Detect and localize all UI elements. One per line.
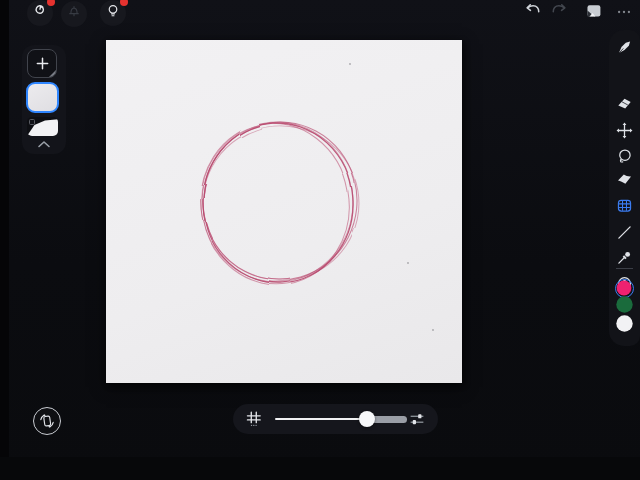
lightbulb-icon bbox=[104, 2, 122, 24]
grid-sphere-icon bbox=[615, 196, 634, 215]
swirl-icon bbox=[31, 2, 49, 24]
tips-button[interactable] bbox=[100, 0, 126, 26]
layer-thumbnail-selected[interactable] bbox=[26, 82, 59, 113]
swatch-white[interactable] bbox=[616, 315, 633, 332]
white-swatch-fill bbox=[616, 315, 633, 332]
eyedropper-icon bbox=[615, 248, 634, 267]
layer-lock-mark bbox=[29, 119, 35, 125]
tools-panel bbox=[609, 30, 640, 346]
lamp-icon bbox=[65, 3, 83, 25]
gallery-button[interactable] bbox=[27, 0, 53, 26]
slider-filled-line bbox=[275, 418, 367, 420]
sketch-svg bbox=[106, 40, 462, 383]
eraser-tool-button[interactable] bbox=[612, 91, 637, 115]
bezel-left bbox=[0, 0, 9, 480]
bezel-bottom bbox=[0, 457, 640, 480]
gallery-badge bbox=[47, 0, 55, 6]
folded-corner bbox=[48, 69, 57, 78]
perspective-grid-button[interactable] bbox=[612, 193, 637, 217]
drawing-app-screen: { "app": { "name": "tablet-drawing-app" … bbox=[0, 0, 640, 480]
export-button[interactable] bbox=[61, 1, 87, 27]
tools-divider bbox=[616, 268, 633, 269]
brush-size-slider[interactable] bbox=[275, 404, 407, 434]
transform-crop-icon bbox=[244, 409, 264, 429]
line-icon bbox=[615, 223, 634, 242]
layers-panel bbox=[22, 45, 66, 154]
sketch-circle bbox=[188, 111, 373, 296]
fill-icon bbox=[615, 170, 634, 189]
transform-button[interactable] bbox=[241, 406, 267, 432]
lasso-tool-button[interactable] bbox=[612, 144, 637, 168]
eyedropper-tool-button[interactable] bbox=[612, 245, 637, 269]
ellipsis-icon bbox=[615, 3, 633, 25]
pink-swatch-fill bbox=[616, 280, 632, 296]
rotate-device-icon bbox=[37, 411, 57, 431]
green-swatch-fill bbox=[616, 296, 633, 313]
slider-thumb[interactable] bbox=[359, 411, 375, 427]
undo-arrow-icon bbox=[523, 0, 543, 24]
undo-button[interactable] bbox=[520, 0, 546, 25]
slider-settings-button[interactable] bbox=[404, 406, 430, 432]
fill-tool-button[interactable] bbox=[612, 167, 637, 191]
rotate-canvas-button[interactable] bbox=[33, 407, 61, 435]
line-tool-button[interactable] bbox=[612, 220, 637, 244]
redo-arrow-icon bbox=[549, 0, 569, 24]
swatch-green[interactable] bbox=[616, 296, 633, 313]
add-image-button[interactable] bbox=[580, 0, 606, 25]
pen-icon bbox=[615, 38, 634, 57]
sliders-settings-icon bbox=[407, 409, 427, 429]
collapse-layers-button[interactable] bbox=[32, 137, 56, 151]
lasso-icon bbox=[615, 147, 634, 166]
move-tool-button[interactable] bbox=[612, 118, 637, 142]
canvas-specks bbox=[349, 63, 434, 331]
background-layer-thumbnail[interactable] bbox=[27, 117, 58, 136]
more-button[interactable] bbox=[611, 1, 637, 27]
tips-badge bbox=[120, 0, 128, 6]
eraser-icon bbox=[615, 94, 634, 113]
drawing-canvas[interactable] bbox=[106, 40, 462, 383]
move-arrows-icon bbox=[615, 121, 634, 140]
size-slider bbox=[233, 404, 438, 434]
chevron-up-icon bbox=[36, 139, 52, 149]
paint-tool-button[interactable] bbox=[612, 35, 637, 59]
photo-icon bbox=[584, 1, 603, 24]
add-layer-button[interactable] bbox=[27, 49, 57, 78]
redo-button[interactable] bbox=[546, 0, 572, 25]
